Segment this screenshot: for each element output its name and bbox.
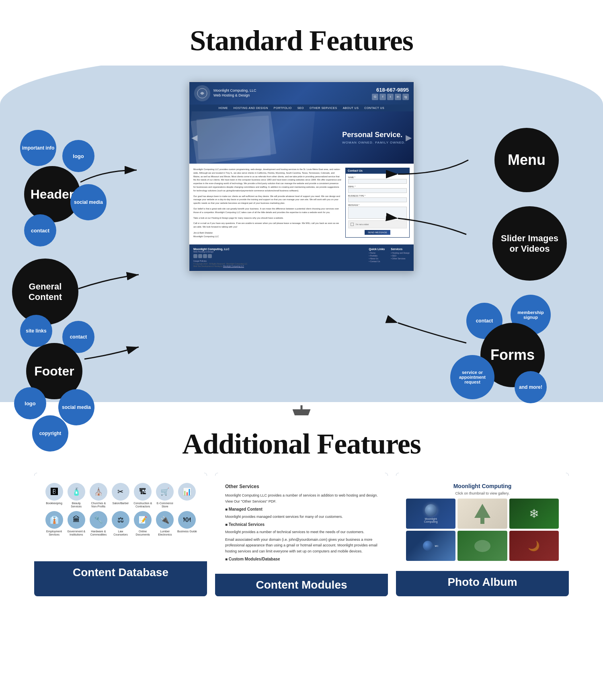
bubble-contact-header: contact [24, 214, 56, 246]
photo-album-title: Photo Album [396, 571, 569, 593]
diagram-section: Moonlight Computing, LLC Web Hosting & D… [0, 66, 603, 415]
content-modules-title: Content Modules [215, 574, 388, 596]
db-icon-lumber: 🔌 Lumber Electronics [155, 511, 175, 537]
website-mockup: Moonlight Computing, LLC Web Hosting & D… [189, 82, 414, 271]
mock-footer-links-title: Quick Links [369, 248, 385, 250]
album-thumb-5[interactable] [457, 531, 507, 561]
db-icon-circle-beauty: 🧴 [68, 483, 85, 501]
bubble-logo: logo [62, 140, 94, 172]
db-icon-bookkeeping: 🅱 Bookkeeping [44, 483, 64, 509]
mock-footer-social-3 [203, 254, 207, 258]
mock-footer-social-2 [198, 254, 202, 258]
album-content: Moonlight Computing Click on thumbnail t… [402, 479, 563, 565]
album-thumb-2[interactable] [457, 499, 507, 529]
db-icon-circle-salon: ✂ [112, 483, 129, 501]
mock-hero-arrow-right[interactable]: ▶ [406, 133, 412, 142]
db-icon-govt: 🏛 Government & Institutions [66, 511, 86, 537]
mock-footer-left: Moonlight Computing, LLC Web Hosting & D… [193, 248, 363, 268]
mock-main-text: Moonlight Computing LLC provides custom … [193, 168, 341, 240]
mock-nav: HOME HOSTING AND DESIGN PORTFOLIO SEO OT… [189, 105, 414, 111]
mock-header-right: 618-667-9895 G f t in ig [372, 87, 409, 100]
bubble-footer-logo: logo [14, 387, 46, 419]
content-database-body: 🅱 Bookkeeping 🧴 Beauty Services ⛪ Church… [34, 473, 207, 561]
mock-nav-home[interactable]: HOME [216, 105, 230, 111]
content-database-card: 🅱 Bookkeeping 🧴 Beauty Services ⛪ Church… [34, 473, 207, 596]
modules-section2-title: ■ Technical Services [225, 521, 378, 528]
mock-hero-text: Personal Service. WOMAN OWNED. FAMILY OW… [342, 131, 406, 144]
mock-captcha-checkbox[interactable] [351, 223, 354, 226]
album-thumb-4[interactable]: MC [406, 531, 455, 561]
db-icon-label-bookkeeping: Bookkeeping [46, 502, 62, 505]
bubble-general-content: General Content [12, 259, 78, 325]
mock-send-button[interactable]: SEND MESSAGE [365, 230, 390, 235]
modules-intro: Moonlight Computing LLC provides a numbe… [225, 493, 378, 504]
mock-nav-other[interactable]: OTHER SERVICES [307, 105, 340, 111]
db-icon-label-salon: Salon/Barber [113, 502, 129, 505]
db-icon-circle-ecommerce: 🛒 [156, 483, 174, 501]
db-icon-circle-law: ⚖ [112, 511, 129, 529]
mock-nav-contact[interactable]: CONTACT US [362, 105, 387, 111]
mock-footer-link-home[interactable]: Home [369, 252, 385, 254]
mock-captcha-text: I'm not a robot [356, 223, 369, 226]
mock-footer-link-portfolio[interactable]: Portfolio [369, 255, 385, 257]
db-icon-label-restaurant: Business Guide [177, 530, 197, 533]
mock-footer-social-1 [193, 254, 197, 258]
mock-body-p3: Our belief is that a great web site can … [193, 207, 341, 214]
mock-form-business-input[interactable] [348, 197, 407, 202]
mock-footer-social [193, 254, 363, 258]
mock-nav-about[interactable]: ABOUT US [340, 105, 361, 111]
mock-form-title: Contact Us [345, 168, 410, 174]
mock-phone: 618-667-9895 [372, 87, 409, 93]
mock-form-email-input[interactable] [348, 188, 407, 193]
db-icon-law: ⚖ Law Counselors [111, 511, 130, 537]
album-thumb-6[interactable]: 🌙 [509, 531, 559, 561]
album-thumb-1[interactable]: MoonlightComputing [406, 499, 455, 529]
mock-footer-services: Services Hosting and Design SEO Other Se… [391, 248, 410, 268]
modules-section1-title: ■ Managed Content [225, 506, 378, 513]
mock-footer-service-2[interactable]: SEO [391, 255, 410, 257]
mock-nav-hosting[interactable]: HOSTING AND DESIGN [231, 105, 271, 111]
feature-cards: 🅱 Bookkeeping 🧴 Beauty Services ⛪ Church… [16, 473, 587, 596]
db-icon-circle-bookkeeping: 🅱 [45, 483, 63, 501]
mock-form-business-label: BUSINESS TYPE * [348, 195, 407, 197]
photo-album-card: Moonlight Computing Click on thumbnail t… [396, 473, 569, 596]
mock-nav-portfolio[interactable]: PORTFOLIO [271, 105, 294, 111]
modules-heading: Other Services [225, 483, 378, 491]
album-grid: MoonlightComputing ❄ [406, 499, 559, 561]
db-icon-blank1: 📊 [177, 483, 197, 509]
mock-form-message-input[interactable] [348, 207, 407, 219]
db-icon-ecommerce: 🛒 E-Commerce Store [155, 483, 175, 509]
bubble-footer-social: social media [58, 389, 94, 425]
db-icon-label-online-doc: Online Documents [133, 530, 153, 537]
db-icon-circle-online-doc: 📝 [134, 511, 152, 529]
db-icon-salon: ✂ Salon/Barber [111, 483, 130, 509]
mock-footer-link-contact[interactable]: Contact Us [369, 260, 385, 263]
modules-section2-detail: Email associated with your domain (i.e. … [225, 537, 378, 554]
mock-hero-arrow-left[interactable]: ◀ [191, 133, 197, 142]
db-icon-label-construction: Construction & Contractors [133, 502, 153, 509]
album-thumb-3[interactable]: ❄ [509, 499, 559, 529]
bubble-slider: Slider Images or Videos [492, 206, 567, 281]
mock-footer-link-about[interactable]: About Us [369, 257, 385, 260]
photo-album-body: Moonlight Computing Click on thumbnail t… [396, 473, 569, 571]
mock-footer-logo: Moonlight Computing, LLC [193, 248, 363, 250]
mock-footer-usage[interactable]: Usage Policies [193, 260, 363, 262]
mock-nav-seo[interactable]: SEO [295, 105, 306, 111]
modules-section1-text: Moonlight provides managed content servi… [225, 514, 378, 519]
db-icon-employment: 👔 Employment Services [44, 511, 64, 537]
mock-form-name-input[interactable] [348, 179, 407, 184]
mock-hero: ◀ Personal Service. WOMAN OWNED. FAMILY … [189, 111, 414, 164]
db-icon-label-beauty: Beauty Services [66, 502, 86, 509]
db-icon-church: ⛪ Churches & Non-Profits [88, 483, 108, 509]
db-icon-label-law: Law Counselors [111, 530, 130, 537]
bubble-menu: Menu [494, 128, 559, 192]
mock-footer-social-4 [208, 254, 212, 258]
standard-features-title: Standard Features [0, 12, 603, 66]
svg-point-4 [474, 540, 490, 552]
mock-form-message-label: MESSAGE * [348, 204, 407, 206]
db-icons-grid: 🅱 Bookkeeping 🧴 Beauty Services ⛪ Church… [40, 479, 201, 541]
db-icon-label-hardware: Hardware & Commodities [88, 530, 108, 537]
mock-footer-service-1[interactable]: Hosting and Design [391, 252, 410, 254]
db-icon-construction: 🏗 Construction & Contractors [133, 483, 153, 509]
mock-footer-service-3[interactable]: Other Services [391, 257, 410, 260]
